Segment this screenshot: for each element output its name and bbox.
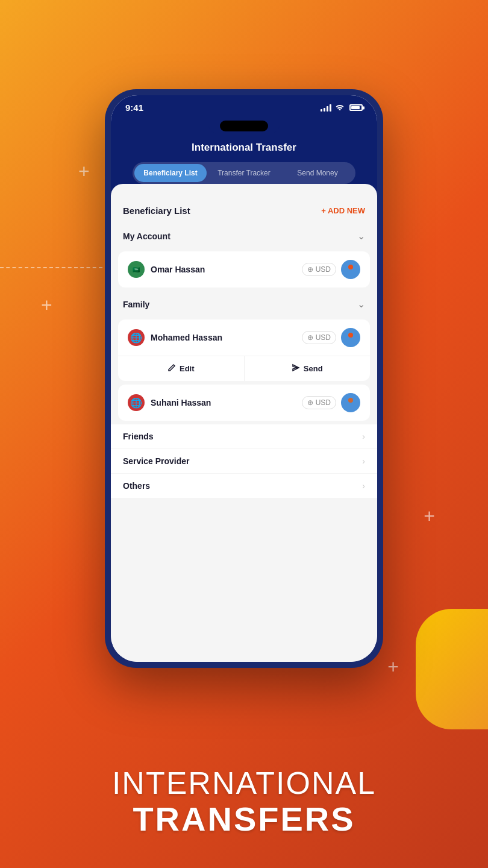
beneficiary-right-suhani: ⊕ USD xyxy=(302,393,360,412)
tab-send-money[interactable]: Send Money xyxy=(281,164,354,182)
category-label-family: Family xyxy=(123,300,149,309)
tab-transfer-tracker[interactable]: Transfer Tracker xyxy=(208,164,280,182)
app-header: International Transfer Beneficiary List … xyxy=(111,134,377,184)
category-header-others[interactable]: Others › xyxy=(111,474,377,498)
bottom-headline: INTERNATIONAL TRANSFERS xyxy=(0,766,488,838)
edit-icon xyxy=(167,363,176,374)
beneficiary-left-mohamed: 🌐 Mohamed Hassan xyxy=(128,329,222,346)
add-new-button[interactable]: + ADD NEW xyxy=(321,206,365,215)
battery-icon xyxy=(349,104,363,111)
send-label: Send xyxy=(304,364,323,373)
status-time: 9:41 xyxy=(125,102,143,113)
category-header-friends[interactable]: Friends › xyxy=(111,424,377,448)
notch-pill xyxy=(220,121,268,131)
wifi-icon xyxy=(335,103,345,112)
decorative-plus-2: + xyxy=(41,295,52,315)
beneficiary-right-mohamed: ⊕ USD xyxy=(302,328,360,347)
notch-area xyxy=(111,118,377,134)
beneficiary-item-omar[interactable]: 🇸🇦 Omar Hassan ⊕ USD xyxy=(118,251,370,288)
plus-usd-icon-mohamed: ⊕ xyxy=(307,333,313,342)
svg-point-3 xyxy=(348,333,353,338)
usd-badge-omar: ⊕ USD xyxy=(302,263,336,276)
notch xyxy=(208,118,280,134)
decorative-plus-4: + xyxy=(387,657,399,676)
chevron-right-icon-friends: › xyxy=(362,432,365,441)
beneficiary-card-suhani: 🌐 Suhani Hassan ⊕ USD xyxy=(118,385,370,421)
chevron-down-icon: ⌄ xyxy=(357,230,365,242)
send-icon xyxy=(292,363,300,374)
beneficiary-left-suhani: 🌐 Suhani Hassan xyxy=(128,394,211,411)
status-bar: 9:41 xyxy=(111,95,377,118)
phone-screen: 9:41 Int xyxy=(111,95,377,662)
send-button-mohamed[interactable]: Send xyxy=(245,356,371,381)
avatar-suhani xyxy=(341,393,360,412)
decorative-plus-1: + xyxy=(78,162,90,181)
category-my-account: My Account ⌄ 🇸🇦 Omar Hassan xyxy=(111,223,377,288)
phone-frame: 9:41 Int xyxy=(105,89,383,668)
category-service-provider: Service Provider › xyxy=(111,449,377,473)
usd-badge-mohamed: ⊕ USD xyxy=(302,331,336,344)
content-area: Beneficiary List + ADD NEW My Account ⌄ xyxy=(111,196,377,662)
plus-usd-icon-suhani: ⊕ xyxy=(307,398,313,407)
plus-usd-icon: ⊕ xyxy=(307,265,313,274)
category-header-service-provider[interactable]: Service Provider › xyxy=(111,449,377,473)
flag-icon-omar: 🇸🇦 xyxy=(128,261,145,278)
beneficiary-name-mohamed: Mohamed Hassan xyxy=(151,333,222,342)
category-label-my-account: My Account xyxy=(123,231,170,241)
bottom-text-line1: INTERNATIONAL xyxy=(0,766,488,800)
page-header: Beneficiary List + ADD NEW xyxy=(111,196,377,223)
tab-bar: Beneficiary List Transfer Tracker Send M… xyxy=(133,162,355,184)
beneficiary-card-mohamed: 🌐 Mohamed Hassan ⊕ USD xyxy=(118,319,370,381)
yellow-blob xyxy=(416,609,488,729)
flag-icon-mohamed: 🌐 xyxy=(128,329,145,346)
svg-point-2 xyxy=(348,265,353,269)
avatar-omar xyxy=(341,260,360,279)
beneficiary-card-omar: 🇸🇦 Omar Hassan ⊕ USD xyxy=(118,251,370,288)
category-header-family[interactable]: Family ⌄ xyxy=(111,291,377,317)
avatar-mohamed xyxy=(341,328,360,347)
beneficiary-item-mohamed[interactable]: 🌐 Mohamed Hassan ⊕ USD xyxy=(118,319,370,356)
category-header-my-account[interactable]: My Account ⌄ xyxy=(111,223,377,249)
category-family: Family ⌄ 🌐 Mohamed Hassan xyxy=(111,291,377,421)
usd-badge-suhani: ⊕ USD xyxy=(302,396,336,409)
status-icons xyxy=(321,103,363,112)
svg-point-4 xyxy=(348,398,353,403)
decorative-plus-3: + xyxy=(424,506,435,526)
chevron-down-icon-family: ⌄ xyxy=(357,298,365,310)
chevron-right-icon-others: › xyxy=(362,481,365,491)
flag-icon-suhani: 🌐 xyxy=(128,394,145,411)
category-others: Others › xyxy=(111,474,377,498)
app-title: International Transfer xyxy=(123,142,365,154)
category-label-others: Others xyxy=(123,481,150,491)
tabs-container: Beneficiary List Transfer Tracker Send M… xyxy=(123,162,365,184)
edit-label: Edit xyxy=(180,364,195,373)
action-row-mohamed: Edit Send xyxy=(118,356,370,381)
beneficiary-name-omar: Omar Hassan xyxy=(151,265,205,274)
beneficiary-name-suhani: Suhani Hassan xyxy=(151,398,211,407)
signal-icon xyxy=(321,104,331,112)
bottom-text-line2: TRANSFERS xyxy=(0,800,488,838)
dashed-line xyxy=(0,267,102,268)
header-curve xyxy=(111,184,377,196)
svg-text:🇸🇦: 🇸🇦 xyxy=(133,266,140,274)
edit-button-mohamed[interactable]: Edit xyxy=(118,356,245,381)
beneficiary-item-suhani[interactable]: 🌐 Suhani Hassan ⊕ USD xyxy=(118,385,370,421)
chevron-right-icon-service: › xyxy=(362,456,365,466)
beneficiary-left-omar: 🇸🇦 Omar Hassan xyxy=(128,261,205,278)
category-label-friends: Friends xyxy=(123,432,154,441)
page-title: Beneficiary List xyxy=(123,206,190,216)
category-label-service-provider: Service Provider xyxy=(123,456,190,466)
category-friends: Friends › xyxy=(111,424,377,448)
beneficiary-right-omar: ⊕ USD xyxy=(302,260,360,279)
tab-beneficiary-list[interactable]: Beneficiary List xyxy=(134,164,207,182)
